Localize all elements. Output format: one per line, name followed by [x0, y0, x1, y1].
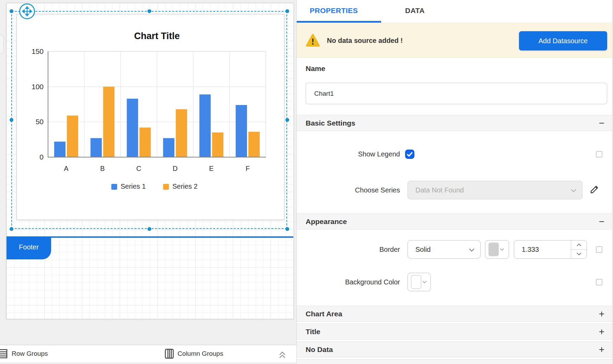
chevron-down-icon	[570, 186, 577, 194]
background-expression-checkbox[interactable]	[596, 279, 602, 285]
spinner-up-icon[interactable]	[571, 240, 587, 250]
resize-handle-mid-right[interactable]	[285, 118, 289, 122]
show-legend-label: Show Legend	[297, 150, 400, 159]
tab-data[interactable]: DATA	[405, 0, 425, 21]
svg-text:Series 1: Series 1	[121, 183, 146, 190]
svg-text:Series 2: Series 2	[173, 183, 198, 190]
expand-icon[interactable]: +	[599, 342, 604, 357]
column-groups-icon	[165, 349, 174, 359]
resize-handle-top-right[interactable]	[285, 9, 289, 13]
expand-icon[interactable]: +	[599, 306, 604, 321]
design-canvas[interactable]: 050100150ABCDEFChart TitleSeries 1Series…	[0, 0, 296, 364]
spinner-down-icon[interactable]	[571, 250, 587, 259]
expand-icon[interactable]: +	[599, 324, 604, 339]
border-style-value: Solid	[408, 246, 469, 254]
footer-tab-label: Footer	[19, 243, 39, 251]
section-header-appearance[interactable]: Appearance −	[297, 213, 612, 230]
background-color-swatch	[411, 275, 421, 289]
warning-icon	[306, 34, 320, 49]
border-width-input[interactable]	[514, 240, 571, 258]
report-page[interactable]: 050100150ABCDEFChart TitleSeries 1Series…	[6, 3, 294, 319]
panel-tabs: PROPERTIES DATA	[297, 0, 612, 23]
svg-text:100: 100	[32, 83, 44, 91]
resize-handle-bottom-right[interactable]	[285, 227, 289, 231]
section-title: Chart Area	[306, 306, 342, 321]
border-width-field	[514, 240, 587, 259]
svg-text:D: D	[173, 165, 177, 172]
move-arrows-icon	[22, 6, 32, 16]
edit-series-pencil-icon[interactable]	[589, 184, 600, 196]
column-groups-label[interactable]: Column Groups	[178, 350, 223, 357]
chart-report-item[interactable]: 050100150ABCDEFChart TitleSeries 1Series…	[16, 14, 284, 220]
svg-text:C: C	[136, 165, 141, 172]
choose-series-label: Choose Series	[297, 186, 400, 195]
chevron-down-icon	[469, 246, 475, 254]
grouping-bar: Row Groups Column Groups	[0, 345, 296, 364]
background-color-picker[interactable]	[408, 273, 431, 291]
svg-text:150: 150	[32, 47, 44, 55]
name-input[interactable]	[306, 83, 607, 104]
section-header-basic-settings[interactable]: Basic Settings −	[297, 115, 612, 131]
section-header-no-data[interactable]: No Data +	[297, 341, 612, 357]
background-color-label: Background Color	[297, 278, 400, 287]
section-title: Appearance	[306, 214, 347, 229]
svg-text:Chart Title: Chart Title	[134, 31, 180, 41]
tab-properties[interactable]: PROPERTIES	[310, 0, 358, 21]
section-title: Basic Settings	[306, 115, 355, 131]
show-legend-checkbox[interactable]	[405, 150, 414, 159]
border-label: Border	[297, 245, 400, 254]
resize-handle-top-left[interactable]	[10, 9, 13, 13]
section-title: No Data	[306, 342, 333, 357]
svg-text:E: E	[209, 165, 214, 172]
svg-text:F: F	[246, 165, 250, 172]
border-width-spinners	[571, 240, 587, 258]
collapse-icon[interactable]: −	[599, 214, 604, 229]
show-legend-expression-checkbox[interactable]	[596, 151, 602, 157]
chevron-down-icon	[422, 279, 427, 285]
resize-handle-top-mid[interactable]	[148, 9, 151, 13]
properties-panel: PROPERTIES DATA No data source added ! A…	[296, 0, 613, 364]
row-groups-label[interactable]: Row Groups	[12, 350, 48, 357]
border-color-picker[interactable]	[485, 240, 509, 259]
add-datasource-button[interactable]: Add Datasource	[519, 31, 607, 50]
choose-series-dropdown[interactable]: Data Not Found	[408, 181, 582, 199]
toolbox-edge-handle[interactable]	[0, 34, 4, 54]
resize-handle-mid-left[interactable]	[10, 118, 13, 122]
border-expression-checkbox[interactable]	[596, 246, 602, 253]
section-header-title[interactable]: Title +	[297, 324, 612, 340]
border-color-swatch	[488, 243, 499, 256]
bar-chart: 050100150ABCDEFChart TitleSeries 1Series…	[17, 14, 285, 220]
svg-text:A: A	[64, 165, 69, 172]
banner-message: No data source added !	[327, 23, 403, 58]
chevron-down-icon	[500, 246, 504, 253]
footer-section-tab[interactable]: Footer	[7, 238, 51, 259]
svg-text:B: B	[100, 165, 105, 172]
svg-text:50: 50	[36, 118, 44, 126]
section-title: Title	[306, 324, 320, 339]
resize-handle-bottom-mid[interactable]	[148, 227, 151, 231]
section-header-partial[interactable]	[297, 359, 612, 364]
name-field-label: Name	[306, 64, 325, 73]
no-datasource-banner: No data source added ! Add Datasource	[297, 23, 612, 58]
section-header-chart-area[interactable]: Chart Area +	[297, 306, 612, 322]
svg-text:0: 0	[39, 153, 44, 161]
collapse-grouping-bar-icon[interactable]	[278, 350, 287, 361]
row-groups-icon	[0, 349, 8, 359]
check-icon	[407, 152, 413, 157]
border-style-dropdown[interactable]: Solid	[408, 240, 481, 259]
collapse-icon[interactable]: −	[599, 115, 604, 131]
resize-handle-bottom-left[interactable]	[10, 227, 13, 231]
choose-series-value: Data Not Found	[408, 186, 570, 194]
move-handle[interactable]	[19, 3, 35, 19]
